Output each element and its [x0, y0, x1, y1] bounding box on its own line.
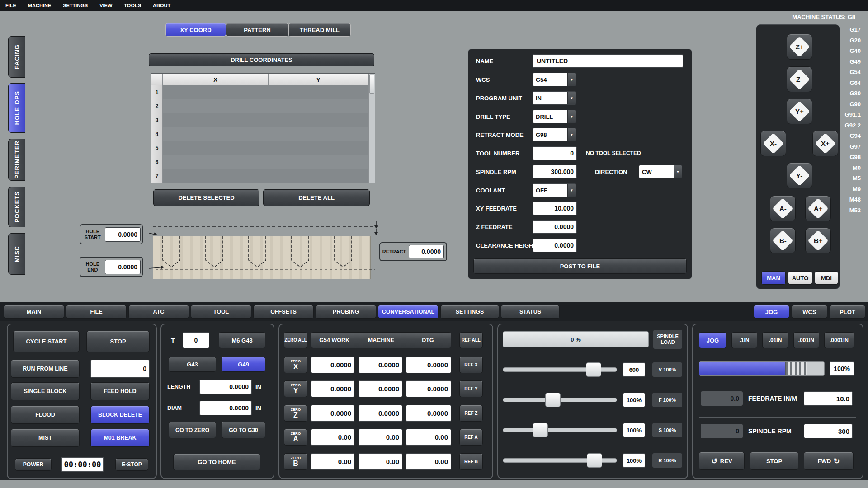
m6-g43-button[interactable]: M6 G43: [219, 332, 265, 348]
run-from-line-button[interactable]: RUN FROM LINE: [11, 360, 80, 378]
menu-file[interactable]: FILE: [5, 3, 16, 8]
drill-type-dropdown[interactable]: DRILL ▼: [533, 110, 576, 123]
cell-y[interactable]: [268, 99, 368, 113]
stop-button[interactable]: STOP: [86, 331, 150, 352]
feedrate-set[interactable]: 10.0: [804, 391, 853, 406]
cell-x[interactable]: [163, 99, 268, 113]
diam-field[interactable]: 0.0000: [199, 401, 252, 415]
table-row[interactable]: 5: [151, 141, 368, 155]
cycle-start-button[interactable]: CYCLE START: [13, 331, 80, 352]
spindle-override-slider[interactable]: [503, 428, 617, 432]
feed-override-label[interactable]: F 100%: [652, 393, 682, 407]
hole-start-field[interactable]: 0.0000: [105, 227, 141, 242]
tab-file[interactable]: FILE: [66, 305, 127, 319]
tab-atc[interactable]: ATC: [128, 305, 189, 319]
menu-settings[interactable]: SETTINGS: [63, 3, 88, 8]
tab-status[interactable]: STATUS: [501, 305, 560, 319]
side-tab-perimeter[interactable]: PERIMETER: [8, 139, 25, 181]
jog-z-plus-button[interactable]: Z+: [787, 34, 812, 60]
tab-probing[interactable]: PROBING: [316, 305, 376, 319]
ref-all-button[interactable]: REF ALL: [459, 332, 483, 348]
spindle-rev-button[interactable]: ↺ REV: [699, 452, 745, 470]
delete-all-button[interactable]: DELETE ALL: [263, 189, 370, 206]
view-tab-wcs[interactable]: WCS: [792, 305, 827, 319]
tab-conversational[interactable]: CONVERSATIONAL: [378, 305, 439, 319]
jog-speed-slider[interactable]: [699, 361, 825, 376]
rapid-override-handle[interactable]: [587, 453, 602, 468]
jog-x-plus-button[interactable]: X+: [812, 131, 838, 156]
menu-tools[interactable]: TOOLS: [124, 3, 141, 8]
delete-selected-button[interactable]: DELETE SELECTED: [153, 189, 259, 206]
m01-break-button[interactable]: M01 BREAK: [90, 429, 150, 447]
spindle-rpm-set[interactable]: 300: [804, 424, 853, 438]
tab-tool[interactable]: TOOL: [191, 305, 251, 319]
ref-z-button[interactable]: REF Z: [459, 405, 483, 422]
table-row[interactable]: 7: [151, 169, 368, 183]
rapid-override-label[interactable]: R 100%: [652, 453, 682, 468]
menu-machine[interactable]: MACHINE: [28, 3, 51, 8]
menu-about[interactable]: ABOUT: [153, 3, 170, 8]
cell-x[interactable]: [163, 141, 268, 155]
spindle-override-label[interactable]: S 100%: [652, 423, 682, 437]
view-tab-plot[interactable]: PLOT: [830, 305, 865, 319]
tab-pattern[interactable]: PATTERN: [226, 23, 288, 37]
jog-z-minus-button[interactable]: Z-: [787, 66, 812, 92]
spindle-stop-button[interactable]: STOP: [750, 452, 798, 470]
side-tab-pockets[interactable]: POCKETS: [8, 187, 25, 227]
tab-thread-mill[interactable]: THREAD MILL: [288, 23, 351, 37]
estop-button[interactable]: E-STOP: [115, 458, 148, 471]
wcs-dropdown[interactable]: G54 ▼: [533, 73, 576, 86]
mist-button[interactable]: MIST: [11, 429, 80, 447]
jog-speed-handle[interactable]: [785, 362, 807, 375]
side-tab-facing[interactable]: FACING: [8, 36, 25, 78]
inc-0.0001in-button[interactable]: .0001IN: [824, 332, 854, 348]
cell-x[interactable]: [163, 127, 268, 141]
cell-y[interactable]: [268, 141, 368, 155]
retract-mode-dropdown[interactable]: G98 ▼: [533, 128, 576, 141]
spindle-rpm-field[interactable]: 300.000: [533, 165, 577, 178]
dropdown-arrow-icon[interactable]: ▼: [567, 110, 576, 123]
side-tab-hole-ops[interactable]: HOLE OPS: [8, 83, 25, 133]
inc-0.001in-button[interactable]: .001IN: [793, 332, 819, 348]
inc-0.1in-button[interactable]: .1IN: [731, 332, 757, 348]
ref-x-button[interactable]: REF X: [459, 357, 483, 373]
mode-man-button[interactable]: MAN: [761, 271, 786, 285]
menu-view[interactable]: VIEW: [99, 3, 112, 8]
spindle-override-handle[interactable]: [533, 423, 548, 437]
spindle-fwd-button[interactable]: FWD ↻: [804, 452, 854, 470]
length-field[interactable]: 0.0000: [199, 380, 252, 394]
feed-override-handle[interactable]: [545, 393, 561, 407]
name-input[interactable]: [533, 54, 683, 68]
feed-hold-button[interactable]: FEED HOLD: [90, 382, 150, 400]
jog-b-plus-button[interactable]: B+: [805, 228, 831, 253]
cell-y[interactable]: [268, 113, 368, 127]
z-feedrate-field[interactable]: 0.0000: [533, 220, 577, 234]
hole-end-field[interactable]: 0.0000: [105, 260, 141, 274]
ref-a-button[interactable]: REF A: [459, 429, 483, 446]
zero-z-button[interactable]: ZEROZ: [284, 405, 307, 422]
block-delete-button[interactable]: BLOCK DELETE: [90, 406, 150, 424]
tab-main[interactable]: MAIN: [4, 305, 64, 319]
tab-settings[interactable]: SETTINGS: [440, 305, 499, 319]
dropdown-arrow-icon[interactable]: ▼: [567, 92, 576, 104]
jog-x-minus-button[interactable]: X-: [760, 131, 786, 156]
column-header-y[interactable]: Y: [268, 74, 368, 85]
view-tab-jog[interactable]: JOG: [754, 305, 789, 319]
dropdown-arrow-icon[interactable]: ▼: [674, 165, 682, 178]
table-row[interactable]: 3: [151, 113, 368, 127]
cell-y[interactable]: [268, 155, 368, 169]
g43-button[interactable]: G43: [169, 357, 216, 372]
flood-button[interactable]: FLOOD: [11, 406, 80, 424]
side-tab-misc[interactable]: MISC: [8, 233, 25, 275]
cell-x[interactable]: [163, 155, 268, 169]
g49-button[interactable]: G49: [222, 357, 265, 372]
velocity-label[interactable]: V 100%: [652, 362, 682, 377]
cell-y[interactable]: [268, 127, 368, 141]
jog-mode-button[interactable]: JOG: [699, 332, 726, 348]
tab-offsets[interactable]: OFFSETS: [253, 305, 314, 319]
zero-y-button[interactable]: ZEROY: [284, 380, 307, 397]
single-block-button[interactable]: SINGLE BLOCK: [11, 382, 80, 400]
go-to-zero-button[interactable]: GO TO ZERO: [169, 422, 216, 438]
zero-b-button[interactable]: ZEROB: [284, 453, 307, 470]
table-row[interactable]: 1: [151, 85, 368, 99]
